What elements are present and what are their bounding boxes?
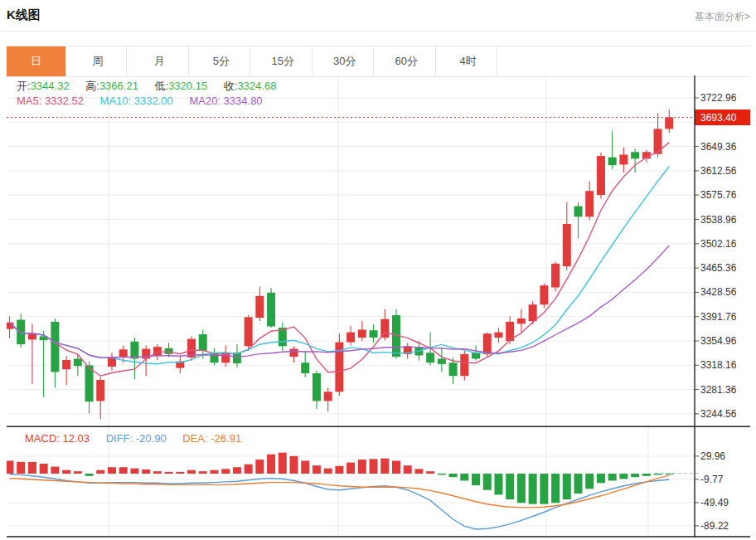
svg-text:3281.36: 3281.36 <box>700 384 737 396</box>
svg-text:3612.56: 3612.56 <box>700 165 737 177</box>
tab-15min[interactable]: 15分 <box>254 46 313 76</box>
svg-text:-49.49: -49.49 <box>700 497 729 508</box>
svg-text:3354.96: 3354.96 <box>700 335 737 347</box>
tab-5min[interactable]: 5分 <box>192 46 250 76</box>
fundamental-analysis-link[interactable]: 基本面分析> <box>695 10 750 24</box>
widget-header: K线图 基本面分析> <box>0 0 756 32</box>
svg-text:3575.76: 3575.76 <box>700 189 737 201</box>
svg-text:3649.36: 3649.36 <box>700 141 737 153</box>
svg-text:3502.16: 3502.16 <box>700 238 737 250</box>
candlestick-chart[interactable]: 3722.963686.163649.363612.563575.763538.… <box>7 75 750 427</box>
tab-4hour[interactable]: 4时 <box>439 46 497 76</box>
svg-text:3722.96: 3722.96 <box>700 92 737 104</box>
svg-text:3538.96: 3538.96 <box>700 214 737 226</box>
svg-text:29.96: 29.96 <box>700 450 725 462</box>
tab-30min[interactable]: 30分 <box>316 46 374 76</box>
svg-text:3693.40: 3693.40 <box>700 112 737 124</box>
svg-text:3465.36: 3465.36 <box>700 262 737 274</box>
kline-widget: K线图 基本面分析> 日 周 月 5分 15分 30分 60分 4时 3722.… <box>0 0 756 540</box>
svg-text:-89.22: -89.22 <box>700 520 729 532</box>
svg-text:3244.56: 3244.56 <box>700 408 737 420</box>
macd-chart[interactable]: 29.96-9.77-49.49-89.22 <box>7 427 750 538</box>
tab-60min[interactable]: 60分 <box>378 46 436 76</box>
tab-month[interactable]: 月 <box>131 46 189 76</box>
svg-text:3391.76: 3391.76 <box>700 311 737 323</box>
tab-day[interactable]: 日 <box>7 46 65 76</box>
timeframe-tabs: 日 周 月 5分 15分 30分 60分 4时 <box>7 46 750 77</box>
svg-text:3318.16: 3318.16 <box>700 359 737 371</box>
tab-week[interactable]: 周 <box>69 46 127 76</box>
svg-text:-9.77: -9.77 <box>700 474 724 485</box>
page-title: K线图 <box>7 7 41 23</box>
svg-text:3428.56: 3428.56 <box>700 286 737 298</box>
